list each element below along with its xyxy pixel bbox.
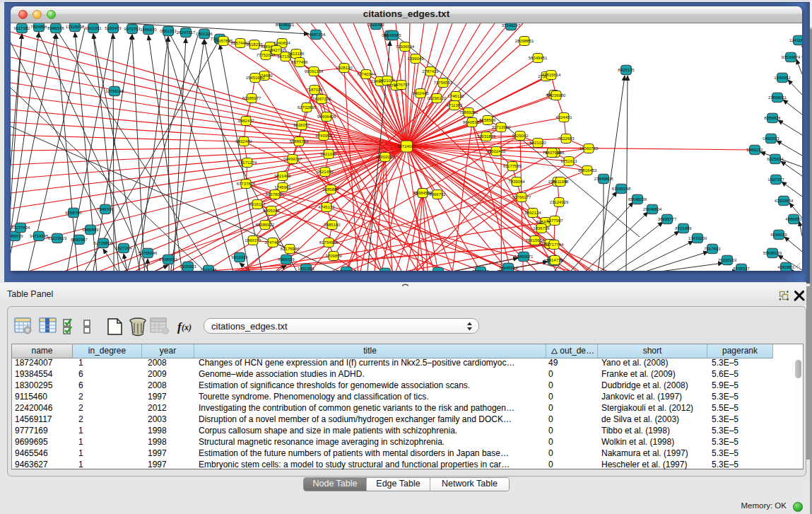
svg-text:4005045: 4005045 [263,209,280,213]
svg-text:82175946: 82175946 [281,247,300,251]
svg-text:81177589: 81177589 [503,164,522,168]
svg-text:29946804: 29946804 [643,207,662,211]
svg-text:1491905: 1491905 [298,267,314,270]
svg-text:8346578: 8346578 [47,26,64,30]
svg-text:51850671: 51850671 [514,255,534,259]
svg-text:16060715: 16060715 [579,146,599,151]
svg-text:55886753: 55886753 [290,139,309,144]
svg-text:79807935: 79807935 [543,151,562,155]
svg-text:34714345: 34714345 [30,234,49,238]
svg-text:8677496: 8677496 [291,60,308,64]
svg-text:35346247: 35346247 [502,23,521,28]
svg-text:0330923: 0330923 [180,264,196,269]
svg-text:23124329: 23124329 [550,200,569,204]
svg-text:5466889: 5466889 [82,228,99,232]
svg-text:19384554: 19384554 [413,191,433,195]
svg-text:9973763: 9973763 [124,27,141,31]
svg-text:12411824: 12411824 [789,38,802,42]
svg-text:77752047: 77752047 [257,53,276,57]
svg-text:6658760: 6658760 [65,211,82,215]
svg-text:65648236: 65648236 [628,197,647,201]
svg-text:53755646: 53755646 [139,251,158,255]
svg-text:1277997: 1277997 [546,218,563,223]
svg-text:5814770: 5814770 [546,258,563,262]
svg-text:7889579: 7889579 [11,234,23,238]
svg-text:88208121: 88208121 [276,23,295,27]
svg-text:75869261: 75869261 [459,110,478,115]
svg-text:5183473: 5183473 [105,26,122,30]
svg-text:0450533: 0450533 [763,136,779,141]
svg-text:4966319: 4966319 [278,257,295,262]
svg-text:52717744: 52717744 [545,243,564,247]
svg-text:4294019: 4294019 [770,233,787,237]
svg-text:94406409: 94406409 [317,115,336,119]
svg-text:3685160: 3685160 [324,223,341,227]
svg-text:81223623: 81223623 [48,236,67,240]
svg-text:1656670: 1656670 [140,28,157,32]
svg-text:02296120: 02296120 [428,96,447,100]
svg-text:7917693: 7917693 [704,247,721,251]
svg-text:76320163: 76320163 [718,258,737,262]
svg-text:4060883: 4060883 [777,265,794,269]
svg-text:15451680: 15451680 [246,76,265,80]
svg-text:62702895: 62702895 [298,105,317,110]
svg-text:3747407: 3747407 [264,240,281,245]
svg-text:7193745: 7193745 [200,268,217,270]
svg-text:17080531: 17080531 [159,257,178,262]
svg-text:1969379: 1969379 [245,238,261,243]
svg-text:79740344: 79740344 [357,72,376,76]
svg-text:1640052: 1640052 [774,76,791,80]
svg-text:43815614: 43815614 [542,73,561,77]
svg-text:9421047: 9421047 [320,152,337,156]
svg-text:13433200: 13433200 [688,236,707,240]
svg-text:9912419: 9912419 [231,255,248,259]
svg-text:8421020: 8421020 [529,141,546,145]
svg-text:32931839: 32931839 [477,134,496,139]
svg-text:8721489: 8721489 [675,226,692,230]
svg-text:37996507: 37996507 [337,269,356,270]
svg-text:1627204: 1627204 [115,246,132,250]
svg-text:62729806: 62729806 [94,241,113,245]
svg-text:18724007: 18724007 [397,144,416,148]
svg-text:9821465: 9821465 [274,174,291,178]
svg-text:74687234: 74687234 [307,33,326,37]
svg-text:7839084: 7839084 [508,180,525,184]
svg-text:8059826: 8059826 [764,116,781,120]
svg-text:5869232: 5869232 [746,148,763,152]
svg-text:8425135: 8425135 [618,68,635,72]
svg-text:81754965: 81754965 [319,240,339,245]
svg-text:5158506: 5158506 [479,118,496,122]
svg-text:4586850: 4586850 [785,217,802,221]
svg-text:19302023: 19302023 [376,155,395,159]
svg-text:3482477: 3482477 [237,119,254,123]
svg-text:4711382: 4711382 [447,103,464,107]
svg-text:1592124: 1592124 [524,211,541,215]
svg-text:1745961: 1745961 [274,185,291,189]
svg-text:84036900: 84036900 [547,93,566,98]
svg-text:71906594: 71906594 [396,45,415,49]
svg-text:1476797: 1476797 [393,83,410,87]
svg-text:62386922: 62386922 [256,223,275,227]
svg-text:67737826: 67737826 [237,182,256,186]
svg-text:2787429: 2787429 [422,69,439,74]
svg-text:9301031: 9301031 [85,26,102,30]
svg-text:9636057: 9636057 [293,123,310,127]
svg-text:(x): (x) [182,322,192,332]
svg-text:8708317: 8708317 [733,267,750,270]
svg-text:96816453: 96816453 [578,168,597,173]
svg-text:1399049: 1399049 [407,57,424,61]
svg-text:0651333: 0651333 [160,29,177,33]
svg-text:9743953: 9743953 [315,134,332,138]
svg-text:5240824: 5240824 [273,41,290,45]
svg-text:31713900: 31713900 [492,125,511,129]
svg-text:3285884: 3285884 [322,187,339,192]
svg-text:1607337: 1607337 [767,177,784,182]
svg-text:7770143: 7770143 [472,269,489,270]
svg-text:0801326: 0801326 [196,32,213,36]
svg-text:10799118: 10799118 [105,89,124,93]
svg-text:9117182: 9117182 [14,26,31,30]
svg-text:1746120: 1746120 [447,94,464,98]
svg-text:36995777: 36995777 [658,217,677,221]
svg-text:4324451: 4324451 [555,115,572,119]
svg-text:26247317: 26247317 [177,30,196,35]
